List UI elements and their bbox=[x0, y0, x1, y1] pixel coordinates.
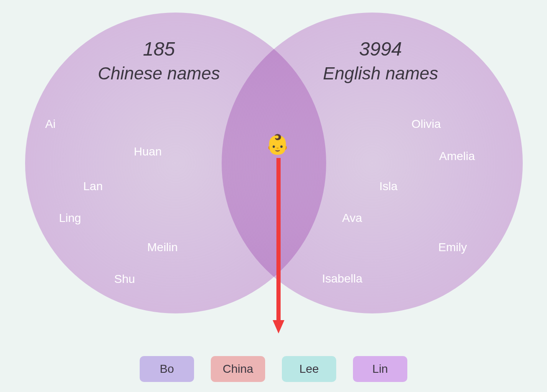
result-chip[interactable]: Lin bbox=[353, 356, 407, 382]
right-name-item: Isabella bbox=[322, 272, 363, 285]
venn-diagram: 185 Chinese names 3994 English names AiH… bbox=[0, 0, 547, 392]
right-set-label: English names bbox=[301, 62, 460, 86]
left-name-item: Ai bbox=[45, 117, 56, 131]
left-name-item: Lan bbox=[83, 180, 103, 193]
result-chip[interactable]: China bbox=[211, 356, 265, 382]
svg-marker-1 bbox=[273, 320, 284, 333]
left-set-title: 185 Chinese names bbox=[79, 36, 238, 86]
right-name-item: Isla bbox=[379, 180, 398, 193]
results-row: Bo China Lee Lin bbox=[0, 356, 547, 382]
left-name-item: Meilin bbox=[147, 241, 178, 254]
result-chip[interactable]: Lee bbox=[282, 356, 336, 382]
arrow-down-icon bbox=[273, 158, 284, 333]
right-name-item: Olivia bbox=[412, 117, 441, 131]
right-set-count: 3994 bbox=[301, 36, 460, 62]
left-set-count: 185 bbox=[79, 36, 238, 62]
right-name-item: Ava bbox=[342, 211, 362, 225]
right-name-item: Emily bbox=[438, 241, 467, 254]
left-name-item: Ling bbox=[59, 211, 81, 225]
left-name-item: Shu bbox=[114, 272, 135, 286]
left-name-item: Huan bbox=[134, 145, 162, 158]
right-name-item: Amelia bbox=[439, 150, 475, 163]
baby-emoji-icon: 👶 bbox=[266, 135, 289, 154]
right-set-title: 3994 English names bbox=[301, 36, 460, 86]
left-set-label: Chinese names bbox=[79, 62, 238, 86]
result-chip[interactable]: Bo bbox=[140, 356, 194, 382]
